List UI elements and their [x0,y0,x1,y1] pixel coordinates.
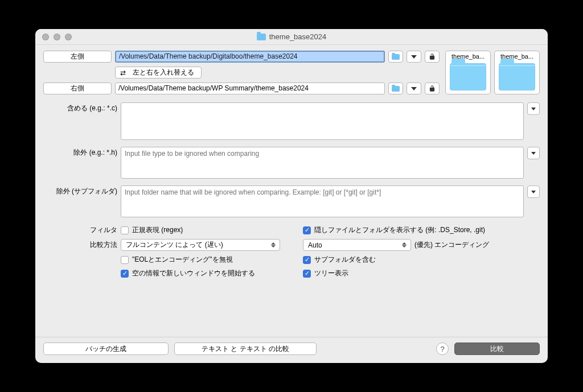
exclude-subfolder-input[interactable] [121,185,524,217]
select-stepper-icon [269,242,277,247]
zoom-window-icon[interactable] [65,34,72,40]
left-side-button[interactable]: 左側 [43,51,112,63]
ignore-eol-label: "EOLとエンコーディング"を無視 [132,255,233,265]
right-path-input[interactable]: /Volumes/Data/Theme backup/WP Summary/th… [115,82,385,94]
include-subfolders-label: サブフォルダを含む [314,255,376,265]
include-filter-label: 含める (e.g.: *.c) [43,102,117,140]
left-browse-button[interactable] [388,51,403,63]
new-window-label: 空の情報で新しいウィンドウを開始する [132,269,255,278]
swap-label: 左と右を入れ替える [133,68,194,77]
encoding-value: Auto [308,241,322,249]
show-hidden-label: 隠しファイルとフォルダを表示する (例: .DS_Store, .git) [314,225,485,235]
titlebar: theme_base2024 [35,29,548,45]
window-controls [35,34,72,40]
exclude-filter-dropdown[interactable] [527,147,540,159]
regex-checkbox[interactable] [121,226,129,234]
swap-icon: ⇄ [120,69,125,77]
exclude-subfolder-dropdown[interactable] [527,185,540,198]
ignore-eol-checkbox[interactable] [121,256,129,264]
close-window-icon[interactable] [42,34,49,40]
right-side-button[interactable]: 右側 [43,82,112,94]
swap-sides-button[interactable]: ⇄ 左と右を入れ替える [115,67,202,79]
tree-view-checkbox[interactable] [303,270,311,278]
filter-section-label: フィルタ [43,225,117,235]
new-window-checkbox[interactable] [121,270,129,278]
right-browse-button[interactable] [388,82,403,94]
regex-label: 正規表現 (regex) [132,225,183,235]
tree-view-label: ツリー表示 [314,269,348,278]
right-lock-button[interactable] [425,82,440,94]
unlock-icon [428,53,436,61]
exclude-filter-input[interactable] [121,147,524,179]
exclude-subfolder-label: 除外 (サブフォルダ) [43,185,117,217]
left-history-dropdown[interactable] [407,51,421,63]
folder-icon [392,86,400,92]
comparison-dialog: theme_base2024 左側 /Volumes/Data/Theme ba… [35,29,548,363]
encoding-suffix-label: (優先) エンコーディング [414,240,489,250]
folder-icon [499,63,535,90]
unlock-icon [428,85,436,93]
left-folder-preview[interactable]: theme_ba... [445,51,491,94]
compare-button[interactable]: 比較 [454,343,540,355]
text-compare-button[interactable]: テキスト と テキスト の比較 [174,343,317,355]
include-filter-input[interactable] [121,102,524,140]
right-history-dropdown[interactable] [407,82,421,94]
right-folder-preview[interactable]: theme_ba... [494,51,540,94]
select-stepper-icon [400,242,408,247]
left-path-input[interactable]: /Volumes/Data/Theme backup/Digitalboo/th… [115,51,385,63]
compare-method-select[interactable]: フルコンテンツ によって (遅い) [121,239,280,251]
compare-method-value: フルコンテンツ によって (遅い) [126,240,223,250]
help-button[interactable]: ? [436,343,449,355]
show-hidden-checkbox[interactable] [303,226,311,234]
encoding-select[interactable]: Auto [303,239,411,251]
left-lock-button[interactable] [425,51,440,63]
compare-method-label: 比較方法 [43,240,117,250]
include-filter-dropdown[interactable] [527,102,540,115]
generate-batch-button[interactable]: バッチの生成 [43,343,169,355]
include-subfolders-checkbox[interactable] [303,256,311,264]
folder-icon [257,34,266,40]
minimize-window-icon[interactable] [54,34,60,40]
folder-icon [450,63,486,90]
folder-icon [392,54,400,60]
window-title: theme_base2024 [269,32,326,41]
exclude-filter-label: 除外 (e.g.: *.h) [43,147,117,179]
